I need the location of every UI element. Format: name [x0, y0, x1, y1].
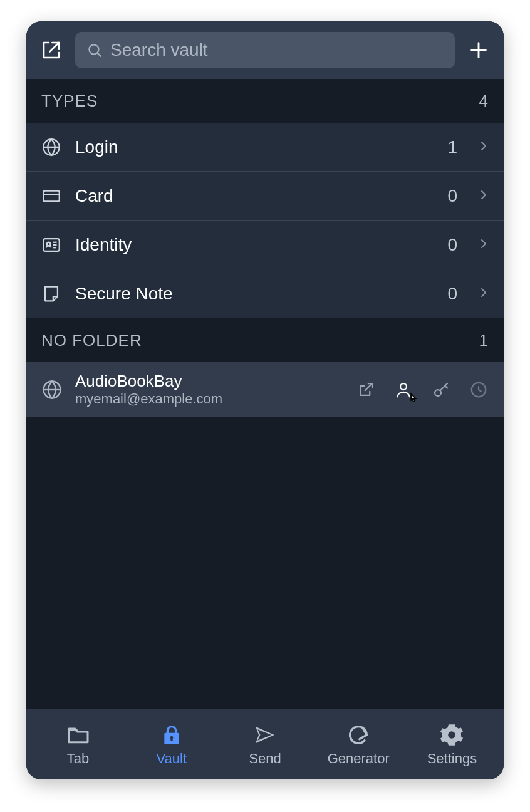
nav-label: Settings — [427, 751, 477, 767]
type-count: 0 — [447, 284, 457, 304]
identity-icon — [39, 232, 64, 258]
launch-action[interactable] — [353, 377, 378, 402]
type-label: Secure Note — [75, 284, 436, 304]
svg-rect-6 — [43, 190, 60, 201]
globe-icon — [39, 377, 65, 403]
type-row-login[interactable]: Login 1 — [26, 123, 504, 172]
nav-tab[interactable]: Tab — [31, 722, 125, 767]
type-count: 0 — [447, 186, 457, 206]
search-box[interactable] — [75, 32, 455, 68]
type-row-securenote[interactable]: Secure Note 0 — [26, 269, 504, 318]
section-header-types: TYPES 4 — [26, 79, 504, 123]
user-icon — [394, 380, 413, 399]
section-header-nofolder: NO FOLDER 1 — [26, 318, 504, 362]
chevron-right-icon — [476, 285, 491, 303]
copy-password-action[interactable] — [429, 377, 454, 402]
app-window: TYPES 4 Login 1 — [26, 21, 504, 779]
nav-generator[interactable]: Generator — [312, 722, 405, 767]
type-row-identity[interactable]: Identity 0 — [26, 221, 504, 269]
plus-icon — [468, 39, 489, 61]
section-title: TYPES — [41, 91, 98, 111]
clock-icon — [469, 380, 488, 399]
type-count: 0 — [447, 235, 457, 255]
search-icon — [86, 42, 103, 58]
note-icon — [39, 281, 64, 306]
card-icon — [39, 184, 64, 209]
svg-rect-8 — [43, 239, 60, 251]
nav-vault[interactable]: Vault — [125, 722, 218, 767]
types-list: Login 1 Card 0 — [26, 123, 504, 318]
key-icon — [432, 380, 450, 399]
chevron-right-icon — [476, 236, 491, 254]
bottom-nav: Tab Vault Send — [26, 709, 504, 779]
vault-item-text: AudioBookBay myemail@example.com — [75, 372, 343, 407]
popout-button[interactable] — [38, 36, 65, 64]
chevron-right-icon — [476, 138, 491, 156]
section-title: NO FOLDER — [41, 331, 142, 350]
svg-line-0 — [49, 43, 59, 52]
type-count: 1 — [447, 137, 457, 157]
section-count: 4 — [479, 91, 489, 111]
gear-icon — [439, 722, 465, 748]
svg-line-2 — [98, 53, 101, 56]
launch-icon — [356, 380, 375, 399]
type-row-card[interactable]: Card 0 — [26, 172, 504, 221]
nav-label: Vault — [157, 751, 187, 767]
send-icon — [252, 722, 278, 748]
copy-username-action[interactable] — [391, 377, 416, 402]
vault-item-subtitle: myemail@example.com — [75, 391, 343, 407]
lock-icon — [158, 722, 185, 748]
nav-settings[interactable]: Settings — [405, 722, 499, 767]
section-count: 1 — [479, 331, 489, 350]
type-label: Identity — [75, 235, 436, 255]
refresh-icon — [345, 722, 372, 748]
chevron-right-icon — [476, 187, 491, 205]
body-fill — [26, 417, 504, 709]
type-label: Card — [75, 186, 436, 206]
folder-icon — [65, 722, 91, 748]
vault-item-actions — [353, 377, 491, 402]
nav-label: Send — [249, 751, 281, 767]
type-label: Login — [75, 137, 436, 157]
nav-send[interactable]: Send — [218, 722, 311, 767]
copy-totp-action[interactable] — [466, 377, 491, 402]
svg-point-14 — [400, 383, 407, 390]
popout-icon — [41, 40, 61, 60]
vault-item-title: AudioBookBay — [75, 372, 343, 391]
nav-label: Generator — [328, 751, 390, 767]
globe-icon — [39, 135, 64, 160]
header-bar — [26, 21, 504, 79]
add-button[interactable] — [465, 36, 492, 64]
nav-label: Tab — [67, 751, 89, 767]
search-input[interactable] — [110, 40, 444, 60]
vault-item-row[interactable]: AudioBookBay myemail@example.com — [26, 362, 504, 417]
